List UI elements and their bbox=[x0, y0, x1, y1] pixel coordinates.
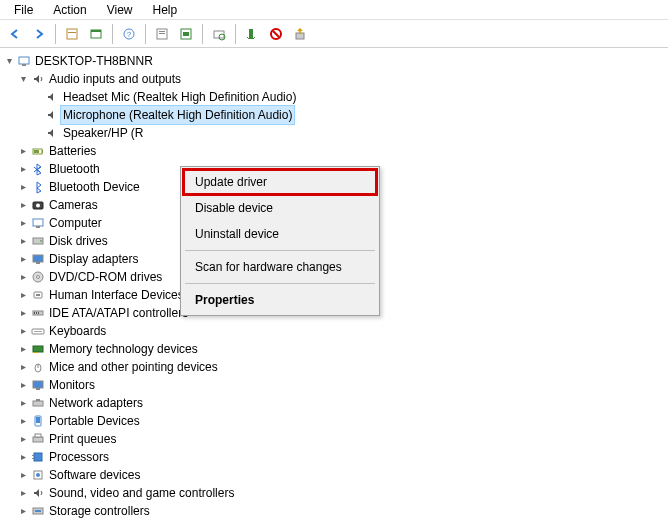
expand-icon[interactable]: ▸ bbox=[16, 358, 30, 376]
category-icon bbox=[30, 485, 46, 501]
properties-icon[interactable] bbox=[151, 23, 173, 45]
category-icon bbox=[30, 377, 46, 393]
svg-rect-35 bbox=[36, 312, 37, 314]
update-driver-icon[interactable] bbox=[289, 23, 311, 45]
category-item[interactable]: Bluetooth Device bbox=[49, 178, 140, 196]
svg-rect-16 bbox=[19, 57, 29, 64]
ctx-uninstall-device[interactable]: Uninstall device bbox=[183, 221, 377, 247]
category-item[interactable]: Disk drives bbox=[49, 232, 108, 250]
category-item[interactable]: IDE ATA/ATAPI controllers bbox=[49, 304, 188, 322]
context-menu: Update driver Disable device Uninstall d… bbox=[180, 166, 380, 316]
svg-text:?: ? bbox=[127, 30, 132, 39]
root-node[interactable]: DESKTOP-TH8BNNR bbox=[35, 52, 153, 70]
category-item[interactable]: Portable Devices bbox=[49, 412, 140, 430]
category-item[interactable]: Mice and other pointing devices bbox=[49, 358, 218, 376]
svg-point-26 bbox=[40, 240, 42, 242]
menu-file[interactable]: File bbox=[4, 2, 43, 17]
category-icon bbox=[30, 323, 46, 339]
category-icon bbox=[30, 431, 46, 447]
svg-rect-32 bbox=[36, 294, 40, 296]
svg-point-30 bbox=[37, 276, 40, 279]
menu-help[interactable]: Help bbox=[143, 2, 188, 17]
category-item[interactable]: Network adapters bbox=[49, 394, 143, 412]
expand-icon[interactable]: ▸ bbox=[16, 232, 30, 250]
expand-icon[interactable]: ▸ bbox=[16, 484, 30, 502]
expand-icon[interactable]: ▸ bbox=[16, 394, 30, 412]
device-tree[interactable]: ▾ DESKTOP-TH8BNNR ▾ Audio inputs and out… bbox=[0, 48, 668, 528]
category-audio[interactable]: Audio inputs and outputs bbox=[49, 70, 181, 88]
expand-icon[interactable]: ▸ bbox=[16, 502, 30, 520]
svg-rect-10 bbox=[183, 32, 189, 36]
expand-icon[interactable]: ▸ bbox=[16, 448, 30, 466]
category-icon bbox=[30, 467, 46, 483]
svg-rect-19 bbox=[42, 150, 43, 153]
category-item[interactable]: Memory technology devices bbox=[49, 340, 198, 358]
scan-icon[interactable] bbox=[208, 23, 230, 45]
details-icon[interactable] bbox=[175, 23, 197, 45]
svg-rect-36 bbox=[38, 312, 39, 314]
forward-button[interactable] bbox=[28, 23, 50, 45]
expand-icon[interactable]: ▸ bbox=[16, 412, 30, 430]
svg-rect-23 bbox=[33, 219, 43, 226]
ctx-scan-hardware[interactable]: Scan for hardware changes bbox=[183, 254, 377, 280]
svg-rect-49 bbox=[36, 417, 40, 423]
device-microphone-selected[interactable]: Microphone (Realtek High Definition Audi… bbox=[60, 105, 295, 125]
ctx-properties[interactable]: Properties bbox=[183, 287, 377, 313]
category-item[interactable]: Bluetooth bbox=[49, 160, 100, 178]
category-item[interactable]: Cameras bbox=[49, 196, 98, 214]
device-headset-mic[interactable]: Headset Mic (Realtek High Definition Aud… bbox=[63, 88, 296, 106]
svg-rect-41 bbox=[36, 352, 37, 353]
show-hide-icon[interactable] bbox=[61, 23, 83, 45]
category-item[interactable]: Monitors bbox=[49, 376, 95, 394]
expand-icon[interactable]: ▸ bbox=[16, 268, 30, 286]
expand-icon[interactable]: ▸ bbox=[16, 214, 30, 232]
category-icon bbox=[30, 197, 46, 213]
computer-icon bbox=[16, 53, 32, 69]
disable-icon[interactable] bbox=[265, 23, 287, 45]
category-item[interactable]: Batteries bbox=[49, 142, 96, 160]
expand-icon[interactable]: ▸ bbox=[16, 430, 30, 448]
help-icon[interactable]: ? bbox=[118, 23, 140, 45]
svg-rect-7 bbox=[159, 31, 165, 32]
options-icon[interactable] bbox=[85, 23, 107, 45]
category-item[interactable]: Computer bbox=[49, 214, 102, 232]
svg-rect-13 bbox=[249, 29, 253, 39]
category-item[interactable]: Storage controllers bbox=[49, 502, 150, 520]
svg-rect-1 bbox=[68, 32, 76, 33]
expand-icon[interactable]: ▸ bbox=[16, 304, 30, 322]
expand-icon[interactable]: ▸ bbox=[16, 250, 30, 268]
menu-action[interactable]: Action bbox=[43, 2, 96, 17]
svg-rect-45 bbox=[36, 388, 40, 390]
category-icon bbox=[30, 215, 46, 231]
category-item[interactable]: Sound, video and game controllers bbox=[49, 484, 234, 502]
category-item[interactable]: Display adapters bbox=[49, 250, 138, 268]
category-item[interactable]: Processors bbox=[49, 448, 109, 466]
speaker-icon bbox=[44, 107, 60, 123]
enable-icon[interactable] bbox=[241, 23, 263, 45]
expand-icon[interactable]: ▸ bbox=[16, 160, 30, 178]
ctx-update-driver[interactable]: Update driver bbox=[182, 168, 378, 196]
expand-icon[interactable]: ▸ bbox=[16, 340, 30, 358]
collapse-icon[interactable]: ▾ bbox=[16, 70, 30, 88]
device-speaker-hp[interactable]: Speaker/HP (R bbox=[63, 124, 143, 142]
svg-rect-3 bbox=[91, 30, 101, 32]
expand-icon[interactable]: ▸ bbox=[16, 322, 30, 340]
svg-rect-51 bbox=[35, 434, 41, 437]
expand-icon[interactable]: ▸ bbox=[16, 142, 30, 160]
category-item[interactable]: Keyboards bbox=[49, 322, 106, 340]
collapse-icon[interactable]: ▾ bbox=[2, 52, 16, 70]
expand-icon[interactable]: ▸ bbox=[16, 178, 30, 196]
menu-view[interactable]: View bbox=[97, 2, 143, 17]
expand-icon[interactable]: ▸ bbox=[16, 286, 30, 304]
ctx-disable-device[interactable]: Disable device bbox=[183, 195, 377, 221]
category-item[interactable]: Human Interface Devices bbox=[49, 286, 184, 304]
category-item[interactable]: Software devices bbox=[49, 466, 140, 484]
back-button[interactable] bbox=[4, 23, 26, 45]
expand-icon[interactable]: ▸ bbox=[16, 466, 30, 484]
category-icon bbox=[30, 305, 46, 321]
expand-icon[interactable]: ▸ bbox=[16, 376, 30, 394]
category-item[interactable]: DVD/CD-ROM drives bbox=[49, 268, 162, 286]
category-icon bbox=[30, 503, 46, 519]
category-item[interactable]: Print queues bbox=[49, 430, 116, 448]
expand-icon[interactable]: ▸ bbox=[16, 196, 30, 214]
